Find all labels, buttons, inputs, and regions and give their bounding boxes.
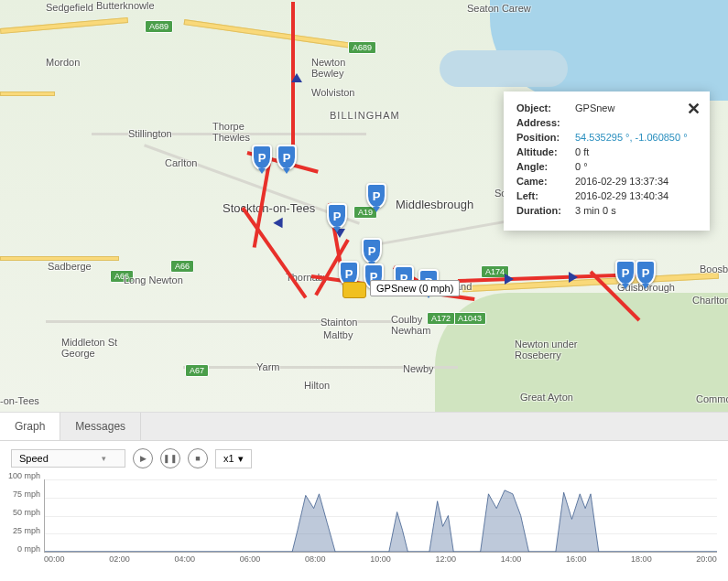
popup-came-label: Came: <box>516 176 575 187</box>
chart-x-axis: 00:0002:0004:0006:0008:0010:0012:0014:00… <box>44 553 717 564</box>
road-shield: A67 <box>185 364 209 377</box>
y-tick: 0 mph <box>17 544 40 554</box>
popup-angle-label: Angle: <box>516 161 575 172</box>
parking-marker-icon[interactable]: P <box>252 145 272 170</box>
y-tick: 50 mph <box>13 508 40 517</box>
town-label: -on-Tees <box>0 395 39 406</box>
parking-marker-icon[interactable]: P <box>277 145 297 170</box>
stop-button[interactable]: ■ <box>188 448 208 468</box>
popup-came-value: 2016-02-29 13:37:34 <box>575 176 697 187</box>
town-label: Boosbeck <box>700 264 728 274</box>
town-label: Wolviston <box>311 87 354 98</box>
town-label: Great Ayton <box>520 392 573 403</box>
town-label: Maltby <box>323 329 353 340</box>
tab-graph[interactable]: Graph <box>0 413 60 440</box>
river <box>440 50 568 87</box>
town-label: Newton underRoseberry <box>515 339 578 360</box>
town-label: Newby <box>403 363 434 374</box>
pause-button[interactable]: ❚❚ <box>160 448 180 468</box>
map-view[interactable]: A689A689A66A66A1043A172A174A19A67 Sedgef… <box>0 0 728 412</box>
road-shield: A689 <box>145 20 173 33</box>
town-label: Middlesbrough <box>396 198 473 211</box>
road <box>0 91 55 96</box>
town-label: Long Newton <box>124 274 183 285</box>
popup-left-value: 2016-02-29 13:40:34 <box>575 190 697 201</box>
x-tick: 00:00 <box>44 554 65 564</box>
popup-position-label: Position: <box>516 132 575 143</box>
parking-marker-icon[interactable]: P <box>327 203 347 229</box>
speed-chart[interactable]: 100 mph 75 mph 50 mph 25 mph 0 mph 00:00… <box>0 476 728 567</box>
popup-object-label: Object: <box>516 102 575 113</box>
gps-track <box>241 207 307 299</box>
popup-address-label: Address: <box>516 117 575 128</box>
play-button[interactable]: ▶ <box>133 448 153 468</box>
x-tick: 14:00 <box>501 554 522 564</box>
parking-marker-icon[interactable]: P <box>366 183 386 209</box>
x-tick: 10:00 <box>370 554 391 564</box>
town-label: Hilton <box>304 380 330 391</box>
chart-controls: Speed ▶ ❚❚ ■ x1▾ <box>0 441 728 476</box>
speed-multiplier-dropdown[interactable]: x1▾ <box>215 449 252 468</box>
parking-marker-icon[interactable]: P <box>636 260 656 285</box>
town-label: Stillington <box>128 128 172 139</box>
x-tick: 20:00 <box>696 554 717 564</box>
green-area <box>435 293 728 412</box>
tab-bar: Graph Messages <box>0 413 728 441</box>
vehicle-marker-icon[interactable] <box>342 282 366 298</box>
parking-marker-icon[interactable]: P <box>615 260 636 285</box>
town-label: Yarm <box>256 361 279 372</box>
direction-arrow-icon <box>273 218 287 231</box>
chart-y-axis: 100 mph 75 mph 50 mph 25 mph 0 mph <box>2 476 42 549</box>
y-tick: 25 mph <box>13 526 40 535</box>
x-tick: 02:00 <box>109 554 130 564</box>
chart-area <box>45 479 717 552</box>
town-label: Mordon <box>46 57 80 68</box>
town-label: ThorpeThewles <box>212 121 250 143</box>
popup-address-value <box>575 117 697 128</box>
popup-duration-label: Duration: <box>516 205 575 216</box>
town-label: Charltons <box>692 295 728 306</box>
x-tick: 18:00 <box>631 554 652 564</box>
popup-altitude-label: Altitude: <box>516 146 575 157</box>
vehicle-label[interactable]: GPSnew (0 mph) <box>370 280 460 296</box>
road-shield: A172 <box>427 312 455 325</box>
road-shield: A1043 <box>453 312 486 325</box>
direction-arrow-icon <box>569 272 578 283</box>
town-label: NewtonBewley <box>311 57 345 79</box>
popup-duration-value: 3 min 0 s <box>575 205 697 216</box>
chart-body <box>44 479 717 553</box>
direction-arrow-icon <box>505 274 514 285</box>
stop-icon: ■ <box>195 454 200 463</box>
popup-position-value[interactable]: 54.535295 °, -1.060850 ° <box>575 132 697 143</box>
x-tick: 08:00 <box>305 554 326 564</box>
town-label: Sedgefield <box>46 2 93 13</box>
x-tick: 12:00 <box>435 554 456 564</box>
pause-icon: ❚❚ <box>163 454 178 463</box>
town-label: Stockton-on-Tees <box>223 201 315 215</box>
chevron-down-icon: ▾ <box>238 453 244 465</box>
metric-dropdown[interactable]: Speed <box>11 449 125 468</box>
x-tick: 16:00 <box>566 554 587 564</box>
popup-angle-value: 0 ° <box>575 161 697 172</box>
direction-arrow-icon <box>291 73 302 82</box>
x-tick: 06:00 <box>240 554 261 564</box>
popup-left-label: Left: <box>516 190 575 201</box>
y-tick: 75 mph <box>13 490 40 499</box>
parking-marker-icon[interactable]: P <box>362 238 382 264</box>
town-label: CoulbyNewham <box>391 314 430 336</box>
road-shield: A66 <box>170 260 194 273</box>
town-label: BILLINGHAM <box>330 110 400 121</box>
town-label: Sadberge <box>48 261 92 272</box>
close-icon[interactable]: ✕ <box>687 99 701 119</box>
info-popup: ✕ Object:GPSnew Address: Position:54.535… <box>504 91 710 231</box>
town-label: Seaton Carew <box>467 3 531 14</box>
popup-object-value: GPSnew <box>575 102 697 113</box>
road-shield: A689 <box>348 41 376 54</box>
bottom-panel: Graph Messages Speed ▶ ❚❚ ■ x1▾ 100 mph … <box>0 412 728 567</box>
town-label: Commondale <box>696 393 728 404</box>
road <box>184 19 366 50</box>
road <box>0 17 128 34</box>
town-label: Stainton <box>321 317 357 328</box>
play-icon: ▶ <box>140 454 147 463</box>
tab-messages[interactable]: Messages <box>60 413 141 440</box>
